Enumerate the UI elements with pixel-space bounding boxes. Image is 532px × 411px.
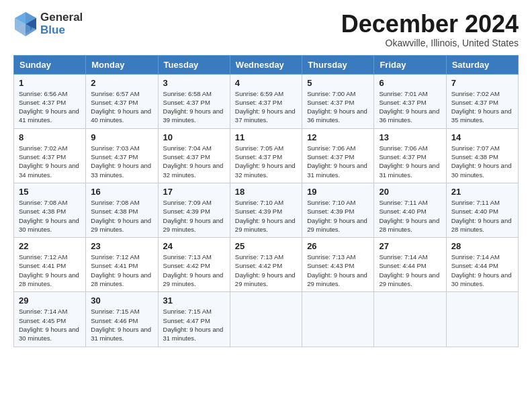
- day-number: 9: [91, 132, 152, 142]
- day-cell: 29Sunrise: 7:14 AMSunset: 4:45 PMDayligh…: [14, 292, 86, 347]
- day-cell: 21Sunrise: 7:11 AMSunset: 4:40 PMDayligh…: [446, 183, 518, 237]
- logo-icon: [13, 11, 38, 38]
- header-cell-tuesday: Tuesday: [158, 55, 230, 74]
- day-number: 1: [19, 78, 81, 88]
- day-detail: Sunrise: 7:03 AMSunset: 4:37 PMDaylight:…: [91, 144, 151, 179]
- day-cell: [230, 292, 302, 347]
- day-detail: Sunrise: 7:14 AMSunset: 4:44 PMDaylight:…: [379, 253, 439, 287]
- header: General Blue December 2024 Okawville, Il…: [13, 11, 519, 48]
- day-number: 30: [91, 295, 152, 306]
- day-detail: Sunrise: 7:04 AMSunset: 4:37 PMDaylight:…: [163, 144, 224, 179]
- day-number: 16: [91, 187, 152, 197]
- day-number: 27: [379, 241, 441, 251]
- day-cell: 24Sunrise: 7:13 AMSunset: 4:42 PMDayligh…: [158, 238, 230, 292]
- day-detail: Sunrise: 7:11 AMSunset: 4:40 PMDaylight:…: [451, 199, 512, 233]
- day-number: 5: [307, 78, 369, 88]
- day-cell: 28Sunrise: 7:14 AMSunset: 4:44 PMDayligh…: [446, 238, 518, 292]
- day-cell: 6Sunrise: 7:01 AMSunset: 4:37 PMDaylight…: [374, 74, 446, 128]
- day-number: 7: [451, 78, 513, 88]
- header-cell-saturday: Saturday: [446, 55, 518, 74]
- day-number: 15: [19, 187, 81, 197]
- day-cell: 15Sunrise: 7:08 AMSunset: 4:38 PMDayligh…: [14, 183, 86, 237]
- day-cell: 4Sunrise: 6:59 AMSunset: 4:37 PMDaylight…: [230, 74, 302, 128]
- day-detail: Sunrise: 7:08 AMSunset: 4:38 PMDaylight:…: [19, 199, 79, 233]
- day-detail: Sunrise: 7:02 AMSunset: 4:37 PMDaylight:…: [451, 90, 512, 124]
- day-number: 22: [19, 241, 81, 251]
- day-cell: 8Sunrise: 7:02 AMSunset: 4:37 PMDaylight…: [14, 128, 86, 183]
- day-detail: Sunrise: 7:09 AMSunset: 4:39 PMDaylight:…: [163, 199, 224, 233]
- day-number: 12: [307, 132, 369, 142]
- day-detail: Sunrise: 7:07 AMSunset: 4:38 PMDaylight:…: [451, 144, 512, 179]
- day-detail: Sunrise: 7:10 AMSunset: 4:39 PMDaylight:…: [235, 199, 296, 233]
- day-detail: Sunrise: 7:13 AMSunset: 4:42 PMDaylight:…: [235, 253, 296, 287]
- day-number: 19: [307, 187, 369, 197]
- day-cell: 23Sunrise: 7:12 AMSunset: 4:41 PMDayligh…: [86, 238, 158, 292]
- day-number: 26: [307, 241, 369, 251]
- day-detail: Sunrise: 7:10 AMSunset: 4:39 PMDaylight:…: [307, 199, 367, 233]
- day-number: 10: [163, 132, 225, 142]
- day-detail: Sunrise: 7:01 AMSunset: 4:37 PMDaylight:…: [379, 90, 439, 124]
- day-cell: [302, 292, 374, 347]
- logo: General Blue: [13, 11, 83, 38]
- day-cell: 14Sunrise: 7:07 AMSunset: 4:38 PMDayligh…: [446, 128, 518, 183]
- day-cell: 22Sunrise: 7:12 AMSunset: 4:41 PMDayligh…: [14, 238, 86, 292]
- day-number: 6: [379, 78, 441, 88]
- page-container: General Blue December 2024 Okawville, Il…: [0, 0, 532, 354]
- day-number: 2: [91, 78, 152, 88]
- day-cell: [374, 292, 446, 347]
- day-cell: 2Sunrise: 6:57 AMSunset: 4:37 PMDaylight…: [86, 74, 158, 128]
- day-detail: Sunrise: 7:06 AMSunset: 4:37 PMDaylight:…: [379, 144, 439, 179]
- day-number: 28: [451, 241, 513, 251]
- week-row-1: 1Sunrise: 6:56 AMSunset: 4:37 PMDaylight…: [14, 74, 519, 128]
- day-number: 29: [19, 295, 81, 306]
- day-cell: 31Sunrise: 7:15 AMSunset: 4:47 PMDayligh…: [158, 292, 230, 347]
- day-number: 23: [91, 241, 152, 251]
- day-detail: Sunrise: 6:57 AMSunset: 4:37 PMDaylight:…: [91, 90, 151, 124]
- day-cell: 20Sunrise: 7:11 AMSunset: 4:40 PMDayligh…: [374, 183, 446, 237]
- day-detail: Sunrise: 7:02 AMSunset: 4:37 PMDaylight:…: [19, 144, 79, 179]
- day-number: 11: [235, 132, 297, 142]
- day-cell: 9Sunrise: 7:03 AMSunset: 4:37 PMDaylight…: [86, 128, 158, 183]
- day-cell: 17Sunrise: 7:09 AMSunset: 4:39 PMDayligh…: [158, 183, 230, 237]
- day-cell: 19Sunrise: 7:10 AMSunset: 4:39 PMDayligh…: [302, 183, 374, 237]
- week-row-2: 8Sunrise: 7:02 AMSunset: 4:37 PMDaylight…: [14, 128, 519, 183]
- day-number: 3: [163, 78, 225, 88]
- header-cell-sunday: Sunday: [14, 55, 86, 74]
- week-row-3: 15Sunrise: 7:08 AMSunset: 4:38 PMDayligh…: [14, 183, 519, 237]
- day-detail: Sunrise: 7:05 AMSunset: 4:37 PMDaylight:…: [235, 144, 296, 179]
- day-detail: Sunrise: 7:15 AMSunset: 4:46 PMDaylight:…: [91, 308, 151, 342]
- calendar-table: SundayMondayTuesdayWednesdayThursdayFrid…: [13, 55, 519, 347]
- header-row: SundayMondayTuesdayWednesdayThursdayFrid…: [14, 55, 519, 74]
- day-detail: Sunrise: 7:14 AMSunset: 4:44 PMDaylight:…: [451, 253, 512, 287]
- header-cell-wednesday: Wednesday: [230, 55, 302, 74]
- header-cell-monday: Monday: [86, 55, 158, 74]
- day-detail: Sunrise: 7:13 AMSunset: 4:42 PMDaylight:…: [163, 253, 224, 287]
- day-detail: Sunrise: 7:13 AMSunset: 4:43 PMDaylight:…: [307, 253, 367, 287]
- day-cell: 25Sunrise: 7:13 AMSunset: 4:42 PMDayligh…: [230, 238, 302, 292]
- day-cell: 12Sunrise: 7:06 AMSunset: 4:37 PMDayligh…: [302, 128, 374, 183]
- day-cell: 5Sunrise: 7:00 AMSunset: 4:37 PMDaylight…: [302, 74, 374, 128]
- day-number: 17: [163, 187, 225, 197]
- day-cell: 26Sunrise: 7:13 AMSunset: 4:43 PMDayligh…: [302, 238, 374, 292]
- day-cell: 27Sunrise: 7:14 AMSunset: 4:44 PMDayligh…: [374, 238, 446, 292]
- day-detail: Sunrise: 6:58 AMSunset: 4:37 PMDaylight:…: [163, 90, 224, 124]
- day-detail: Sunrise: 7:12 AMSunset: 4:41 PMDaylight:…: [91, 253, 151, 287]
- day-number: 14: [451, 132, 513, 142]
- day-number: 31: [163, 295, 225, 306]
- day-detail: Sunrise: 7:11 AMSunset: 4:40 PMDaylight:…: [379, 199, 439, 233]
- day-number: 8: [19, 132, 81, 142]
- day-detail: Sunrise: 7:14 AMSunset: 4:45 PMDaylight:…: [19, 308, 79, 342]
- day-cell: 10Sunrise: 7:04 AMSunset: 4:37 PMDayligh…: [158, 128, 230, 183]
- day-number: 18: [235, 187, 297, 197]
- day-detail: Sunrise: 7:08 AMSunset: 4:38 PMDaylight:…: [91, 199, 151, 233]
- day-cell: 13Sunrise: 7:06 AMSunset: 4:37 PMDayligh…: [374, 128, 446, 183]
- day-cell: [446, 292, 518, 347]
- day-detail: Sunrise: 7:15 AMSunset: 4:47 PMDaylight:…: [163, 308, 224, 342]
- day-number: 20: [379, 187, 441, 197]
- day-detail: Sunrise: 6:56 AMSunset: 4:37 PMDaylight:…: [19, 90, 79, 124]
- title-block: December 2024 Okawville, Illinois, Unite…: [341, 11, 519, 48]
- week-row-5: 29Sunrise: 7:14 AMSunset: 4:45 PMDayligh…: [14, 292, 519, 347]
- location: Okawville, Illinois, United States: [341, 38, 519, 48]
- week-row-4: 22Sunrise: 7:12 AMSunset: 4:41 PMDayligh…: [14, 238, 519, 292]
- day-cell: 18Sunrise: 7:10 AMSunset: 4:39 PMDayligh…: [230, 183, 302, 237]
